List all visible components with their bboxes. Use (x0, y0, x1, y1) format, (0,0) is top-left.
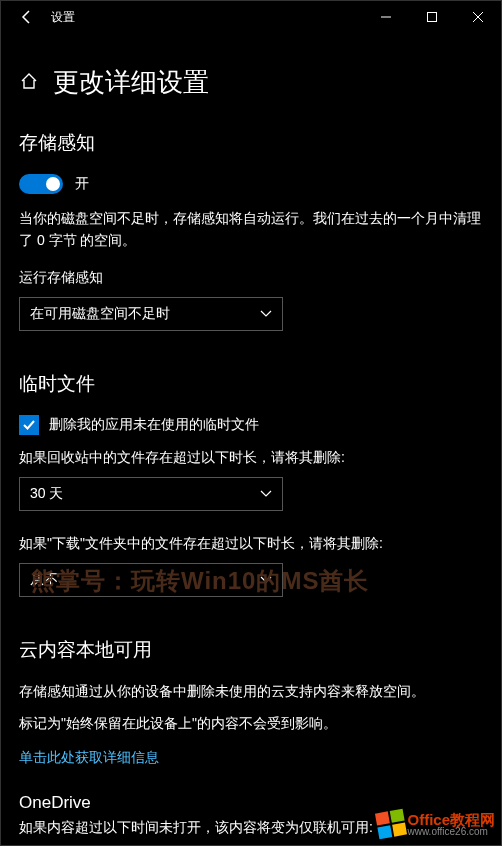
select-value: 从不 (30, 571, 58, 589)
svg-rect-1 (428, 13, 437, 22)
run-storage-sense-select[interactable]: 在可用磁盘空间不足时 (19, 297, 283, 331)
chevron-down-icon (260, 307, 272, 321)
onedrive-label: 如果内容超过以下时间未打开，该内容将变为仅联机可用: (19, 819, 483, 837)
storage-sense-description: 当你的磁盘空间不足时，存储感知将自动运行。我们在过去的一个月中清理了 0 字节 … (19, 208, 483, 251)
minimize-button[interactable] (363, 1, 409, 33)
back-button[interactable] (9, 1, 45, 33)
more-info-link[interactable]: 单击此处获取详细信息 (19, 749, 159, 767)
page-header: 更改详细设置 (19, 65, 483, 100)
delete-temp-checkbox[interactable] (19, 415, 39, 435)
cloud-content-heading: 云内容本地可用 (19, 637, 483, 663)
select-value: 30 天 (30, 485, 63, 503)
downloads-select[interactable]: 从不 (19, 563, 283, 597)
home-icon[interactable] (19, 71, 39, 94)
close-button[interactable] (455, 1, 501, 33)
cloud-desc-1: 存储感知通过从你的设备中删除未使用的云支持内容来释放空间。 (19, 681, 483, 703)
checkbox-label: 删除我的应用未在使用的临时文件 (49, 416, 259, 434)
storage-sense-toggle[interactable] (19, 174, 63, 194)
storage-sense-toggle-row: 开 (19, 174, 483, 194)
maximize-button[interactable] (409, 1, 455, 33)
window-title: 设置 (51, 9, 75, 26)
select-value: 在可用磁盘空间不足时 (30, 305, 170, 323)
page-title: 更改详细设置 (53, 65, 209, 100)
toggle-label: 开 (75, 175, 89, 193)
chevron-down-icon (260, 573, 272, 587)
storage-sense-heading: 存储感知 (19, 130, 483, 156)
onedrive-heading: OneDrive (19, 793, 483, 813)
run-storage-sense-label: 运行存储感知 (19, 269, 483, 287)
cloud-desc-2: 标记为"始终保留在此设备上"的内容不会受到影响。 (19, 713, 483, 735)
recycle-bin-label: 如果回收站中的文件存在超过以下时长，请将其删除: (19, 449, 483, 467)
temp-files-heading: 临时文件 (19, 371, 483, 397)
delete-temp-checkbox-row: 删除我的应用未在使用的临时文件 (19, 415, 483, 435)
chevron-down-icon (260, 487, 272, 501)
recycle-bin-select[interactable]: 30 天 (19, 477, 283, 511)
downloads-label: 如果"下载"文件夹中的文件存在超过以下时长，请将其删除: (19, 535, 483, 553)
titlebar: 设置 (1, 1, 501, 33)
